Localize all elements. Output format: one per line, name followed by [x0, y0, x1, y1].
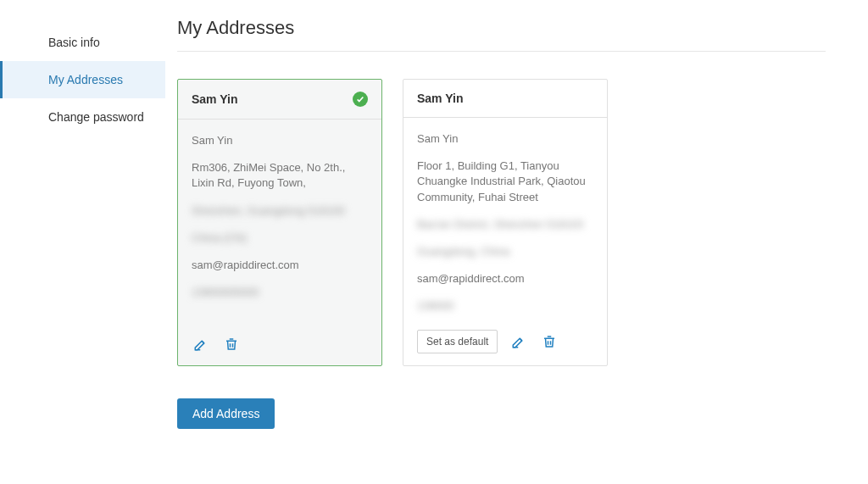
address-street: Rm306, ZhiMei Space, No 2th., Lixin Rd, … [192, 160, 368, 191]
address-name: Sam Yin [417, 131, 593, 147]
delete-button[interactable] [540, 332, 559, 351]
address-citystate: Shenzhen, Guangdong 518100 [192, 203, 368, 219]
main-content: My Addresses Sam Yin Sam Yin Rm306, ZhiM… [165, 0, 868, 484]
card-actions: Set as default [403, 321, 607, 365]
address-cards-row: Sam Yin Sam Yin Rm306, ZhiMei Space, No … [177, 79, 826, 366]
add-address-button[interactable]: Add Address [177, 398, 275, 429]
edit-button[interactable] [192, 335, 210, 353]
card-header: Sam Yin [178, 80, 381, 120]
address-email: sam@rapiddirect.com [192, 258, 368, 273]
address-card: Sam Yin Sam Yin Rm306, ZhiMei Space, No … [177, 79, 382, 366]
sidebar-item-label: My Addresses [48, 73, 123, 86]
address-phone: 13800000000 [192, 285, 368, 300]
address-country: Guangdong, China [417, 244, 593, 259]
sidebar-item-change-password[interactable]: Change password [0, 98, 165, 136]
address-citystate: Bao'an District, Shenzhen 518103 [417, 217, 593, 232]
card-header: Sam Yin [403, 80, 607, 118]
divider [177, 51, 826, 52]
delete-button[interactable] [222, 335, 241, 353]
address-street: Floor 1, Building G1, Tianyou Chuangke I… [417, 159, 593, 205]
address-country: China (CN) [192, 231, 368, 246]
card-title: Sam Yin [192, 92, 237, 106]
sidebar-item-my-addresses[interactable]: My Addresses [0, 61, 165, 98]
page-title: My Addresses [177, 17, 826, 39]
address-card: Sam Yin Sam Yin Floor 1, Building G1, Ti… [403, 79, 608, 366]
card-actions [178, 326, 381, 365]
sidebar-item-label: Basic info [48, 36, 100, 49]
sidebar: Basic info My Addresses Change password [0, 0, 165, 484]
card-body: Sam Yin Floor 1, Building G1, Tianyou Ch… [403, 118, 607, 321]
set-default-button[interactable]: Set as default [417, 330, 498, 353]
sidebar-item-label: Change password [48, 110, 144, 124]
address-phone: 138000 [417, 298, 593, 314]
default-check-icon [353, 92, 368, 107]
address-name: Sam Yin [192, 133, 368, 148]
address-email: sam@rapiddirect.com [417, 271, 593, 287]
edit-button[interactable] [509, 332, 528, 351]
sidebar-item-basic-info[interactable]: Basic info [0, 24, 165, 61]
card-body: Sam Yin Rm306, ZhiMei Space, No 2th., Li… [178, 120, 381, 326]
card-title: Sam Yin [417, 92, 463, 105]
